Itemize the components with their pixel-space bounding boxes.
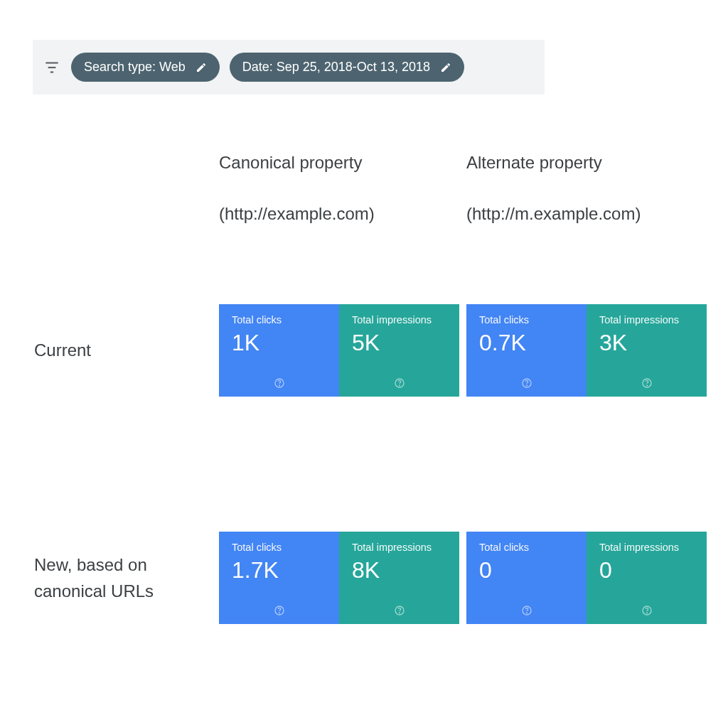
column-header-canonical-subtitle: (http://example.com)	[219, 203, 459, 225]
change-canonical-impressions: +3K	[338, 712, 454, 715]
help-icon[interactable]	[521, 605, 532, 619]
row-label-change: Change	[34, 709, 219, 715]
help-icon[interactable]	[394, 377, 405, 392]
metric-value: 3K	[599, 330, 695, 356]
tile-current-canonical-impressions[interactable]: Total impressions 5K	[339, 304, 459, 397]
tile-new-canonical-clicks[interactable]: Total clicks 1.7K	[219, 532, 339, 624]
metric-value: 1K	[232, 330, 328, 356]
metric-value: 0.7K	[479, 330, 575, 356]
svg-point-12	[279, 613, 279, 613]
change-alternate: -0.7K | -3K	[466, 709, 707, 715]
metric-label: Total impressions	[599, 542, 695, 553]
metric-value: 0	[479, 557, 575, 584]
pencil-icon	[196, 62, 207, 73]
metric-label: Total clicks	[232, 542, 328, 553]
change-alternate-clicks: -0.7K	[466, 712, 582, 715]
metric-label: Total impressions	[352, 542, 448, 553]
metric-value: 8K	[352, 557, 448, 584]
help-icon[interactable]	[521, 377, 532, 392]
pencil-icon	[440, 62, 451, 73]
filter-bar: Search type: Web Date: Sep 25, 2018-Oct …	[33, 40, 545, 95]
help-icon[interactable]	[641, 377, 653, 392]
help-icon[interactable]	[394, 605, 405, 619]
search-type-chip-label: Search type: Web	[84, 60, 186, 75]
help-icon[interactable]	[274, 605, 285, 619]
change-alternate-impressions: -3K	[586, 712, 701, 715]
metric-value: 0	[599, 557, 695, 584]
row-label-new: New, based on canonical URLs	[34, 532, 219, 624]
svg-point-14	[399, 613, 400, 613]
tile-new-alternate-clicks[interactable]: Total clicks 0	[466, 532, 587, 624]
help-icon[interactable]	[641, 605, 653, 619]
svg-point-16	[526, 613, 527, 613]
tile-new-canonical-impressions[interactable]: Total impressions 8K	[339, 532, 459, 624]
help-icon[interactable]	[274, 377, 285, 392]
date-range-chip[interactable]: Date: Sep 25, 2018-Oct 13, 2018	[230, 53, 464, 82]
column-header-alternate-subtitle: (http://m.example.com)	[466, 203, 707, 225]
date-range-chip-label: Date: Sep 25, 2018-Oct 13, 2018	[242, 60, 430, 75]
change-canonical-clicks: +0.7K	[219, 712, 334, 715]
svg-point-6	[399, 385, 400, 386]
metric-label: Total impressions	[599, 314, 695, 326]
svg-point-18	[646, 613, 647, 613]
column-header-canonical-title: Canonical property	[219, 153, 362, 172]
column-header-canonical: Canonical property (http://example.com)	[219, 151, 459, 226]
tile-current-alternate-impressions[interactable]: Total impressions 3K	[587, 304, 707, 397]
metric-value: 1.7K	[232, 557, 328, 584]
search-type-chip[interactable]: Search type: Web	[71, 53, 220, 82]
tile-current-canonical-clicks[interactable]: Total clicks 1K	[219, 304, 339, 397]
column-header-alternate: Alternate property (http://m.example.com…	[466, 151, 707, 226]
metric-label: Total clicks	[232, 314, 328, 326]
column-header-alternate-title: Alternate property	[466, 153, 602, 172]
new-alternate-pair: Total clicks 0 Total impressions 0	[466, 532, 707, 624]
filter-icon[interactable]	[43, 58, 61, 77]
tile-current-alternate-clicks[interactable]: Total clicks 0.7K	[466, 304, 587, 397]
metric-value: 5K	[352, 330, 448, 356]
svg-point-4	[279, 385, 279, 386]
row-label-current: Current	[34, 304, 219, 397]
tile-new-alternate-impressions[interactable]: Total impressions 0	[587, 532, 707, 624]
svg-point-8	[526, 385, 527, 386]
metric-label: Total impressions	[352, 314, 448, 326]
svg-point-10	[646, 385, 647, 386]
change-canonical: +0.7K | +3K	[219, 709, 459, 715]
new-canonical-pair: Total clicks 1.7K Total impressions 8K	[219, 532, 459, 624]
empty-corner	[34, 151, 219, 226]
metric-label: Total clicks	[479, 542, 575, 553]
current-alternate-pair: Total clicks 0.7K Total impressions 3K	[466, 304, 707, 397]
current-canonical-pair: Total clicks 1K Total impressions 5K	[219, 304, 459, 397]
metric-label: Total clicks	[479, 314, 575, 326]
